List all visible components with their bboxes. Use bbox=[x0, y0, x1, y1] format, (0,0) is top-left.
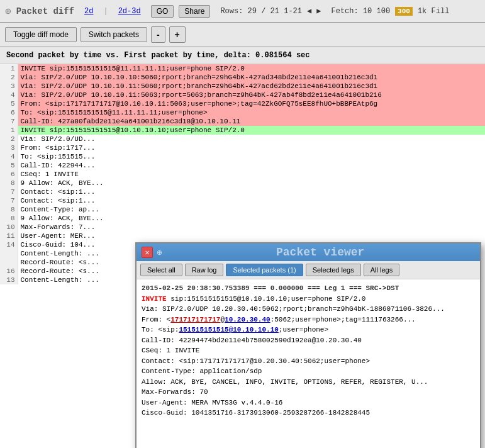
table-row[interactable]: 3From: <sip:1717... bbox=[0, 143, 485, 152]
table-row[interactable]: 3Via: SIP/2.0/UDP 10.10.10.11:5060;rport… bbox=[0, 82, 485, 91]
tab-selected-packets[interactable]: Selected packets (1) bbox=[226, 264, 303, 276]
packet-viewer-content: 2015-02-25 20:38:30.753389 === 0.000000 … bbox=[137, 279, 480, 448]
table-row[interactable]: 4Via: SIP/2.0/UDP 10.10.10.11:5063;rport… bbox=[0, 91, 485, 99]
pv-content-line: CSeq: 1 INVITE bbox=[142, 345, 475, 356]
pv-content-line: Call-ID: 42294474bd2e11e4b758002590d192e… bbox=[142, 335, 475, 346]
pv-content-line: User-Agent: MERA MVTS3G v.4.4.0-16 bbox=[142, 398, 475, 408]
table-row[interactable]: 89 Allow: ACK, BYE... bbox=[0, 214, 485, 223]
line-content: Call-ID: 422944... bbox=[18, 161, 485, 170]
fetch-300-badge[interactable]: 300 bbox=[395, 7, 413, 16]
pv-content-line: Cisco-Guid: 1041351716-3173913060-259328… bbox=[142, 408, 475, 418]
line-content: Max-Forwards: 7... bbox=[18, 223, 485, 232]
line-content: Via: SIP/2.0/UDP 10.10.10.10:5060;rport;… bbox=[18, 73, 485, 82]
button-bar: Toggle diff mode Switch packets - + bbox=[0, 23, 485, 47]
fetch-1k[interactable]: 1k Fill bbox=[418, 7, 449, 16]
line-content: Contact: <sip:1... bbox=[18, 196, 485, 205]
pv-title: Packet viewer bbox=[165, 246, 475, 259]
share-button[interactable]: Share bbox=[179, 5, 210, 18]
tab-all-legs[interactable]: All legs bbox=[364, 264, 399, 276]
move-icon: ⊕ bbox=[5, 5, 11, 18]
line-content: From: <sip:171717171717@10.10.10.11:5063… bbox=[18, 99, 485, 108]
line-number: 1 bbox=[0, 64, 18, 73]
line-content: 9 Allow: ACK, BYE... bbox=[18, 179, 485, 188]
pv-content-line: Max-Forwards: 70 bbox=[142, 387, 475, 398]
go-button[interactable]: GO bbox=[151, 5, 174, 18]
line-number bbox=[0, 249, 18, 258]
table-row[interactable]: 1INVITE sip:151515151515@11.11.11.11;use… bbox=[0, 64, 485, 73]
line-content: 9 Allow: ACK, BYE... bbox=[18, 214, 485, 223]
table-row[interactable]: 7Call-ID: 427a80fabd2e11e4a641001b216c3d… bbox=[0, 117, 485, 126]
table-row[interactable]: 10Max-Forwards: 7... bbox=[0, 223, 485, 232]
line-number bbox=[0, 258, 18, 267]
toggle-diff-button[interactable]: Toggle diff mode bbox=[5, 27, 77, 42]
table-row[interactable]: 7Contact: <sip:1... bbox=[0, 188, 485, 196]
line-content: INVITE sip:151515151515@10.10.10.10;user… bbox=[18, 126, 485, 135]
table-row[interactable]: 6CSeq: 1 INVITE bbox=[0, 170, 485, 179]
table-row[interactable]: 11User-Agent: MER... bbox=[0, 232, 485, 240]
arrow-right-icon[interactable]: ▶ bbox=[316, 6, 321, 16]
top-bar: ⊕ Packet diff 2d | 2d-3d GO Share Rows: … bbox=[0, 0, 485, 23]
plus-button[interactable]: + bbox=[169, 26, 186, 43]
line-content: To: <sip:151515151515@11.11.11.11;user=p… bbox=[18, 108, 485, 117]
line-content: Via: SIP/2.0/UDP 10.10.10.11:5063;rport=… bbox=[18, 91, 485, 99]
line-number: 8 bbox=[0, 179, 18, 188]
line-number: 6 bbox=[0, 108, 18, 117]
line-number: 7 bbox=[0, 188, 18, 196]
table-row[interactable]: 6To: <sip:151515151515@11.11.11.11;user=… bbox=[0, 108, 485, 117]
line-content: From: <sip:1717... bbox=[18, 143, 485, 152]
pv-content-line: Via: SIP/2.0/UDP 10.20.30.40:5062;rport;… bbox=[142, 304, 475, 315]
minus-button[interactable]: - bbox=[151, 26, 165, 43]
line-number: 3 bbox=[0, 82, 18, 91]
nav-2d-3d[interactable]: 2d-3d bbox=[113, 6, 146, 17]
packet-viewer-titlebar[interactable]: ✕ ⊕ Packet viewer bbox=[137, 244, 480, 261]
line-number: 10 bbox=[0, 223, 18, 232]
line-number: 14 bbox=[0, 240, 18, 249]
line-number: 5 bbox=[0, 99, 18, 108]
line-number: 1 bbox=[0, 126, 18, 135]
app-title: Packet diff bbox=[16, 6, 74, 16]
line-number: 7 bbox=[0, 117, 18, 126]
pv-content-line: From: <171717171717@10.20.30.40:5062;use… bbox=[142, 315, 475, 325]
pv-content-line: INVITE sip:151515151515@10.10.10.10;user… bbox=[142, 294, 475, 305]
pv-move-icon: ⊕ bbox=[157, 247, 162, 258]
packet-viewer: ✕ ⊕ Packet viewer Select all Raw log Sel… bbox=[135, 242, 481, 448]
pv-close-button[interactable]: ✕ bbox=[142, 247, 153, 258]
line-number: 3 bbox=[0, 143, 18, 152]
line-number: 16 bbox=[0, 267, 18, 276]
nav-separator: | bbox=[103, 7, 108, 16]
line-number: 2 bbox=[0, 135, 18, 143]
tab-selected-legs[interactable]: Selected legs bbox=[306, 264, 361, 276]
table-row[interactable]: 2Via: SIP/2.0/UD... bbox=[0, 135, 485, 143]
line-number: 13 bbox=[0, 276, 18, 284]
tab-select-all[interactable]: Select all bbox=[140, 264, 182, 276]
line-content: Content-Type: ap... bbox=[18, 205, 485, 214]
line-number: 4 bbox=[0, 91, 18, 99]
rows-info: Rows: 29 / 21 1-21 bbox=[220, 7, 302, 16]
pv-content-line: Content-Type: application/sdp bbox=[142, 366, 475, 377]
arrow-left-icon[interactable]: ◀ bbox=[307, 6, 311, 16]
switch-packets-button[interactable]: Switch packets bbox=[81, 27, 147, 42]
nav-2d[interactable]: 2d bbox=[79, 6, 98, 17]
table-row[interactable]: 1INVITE sip:151515151515@10.10.10.10;use… bbox=[0, 126, 485, 135]
pv-content-line: To: <sip:151515151515@10.10.10.10;user=p… bbox=[142, 325, 475, 335]
table-row[interactable]: 5Call-ID: 422944... bbox=[0, 161, 485, 170]
table-row[interactable]: 5From: <sip:171717171717@10.10.10.11:506… bbox=[0, 99, 485, 108]
diff-header: Second packet by time vs. First packet b… bbox=[0, 47, 485, 64]
tab-raw-log[interactable]: Raw log bbox=[185, 264, 224, 276]
diff-area: Second packet by time vs. First packet b… bbox=[0, 47, 485, 448]
line-content: INVITE sip:151515151515@11.11.11.11;user… bbox=[18, 64, 485, 73]
pv-header-line: 2015-02-25 20:38:30.753389 === 0.000000 … bbox=[142, 283, 475, 294]
table-row[interactable]: 4To: <sip:151515... bbox=[0, 152, 485, 161]
line-content: User-Agent: MER... bbox=[18, 232, 485, 240]
table-row[interactable]: 7Contact: <sip:1... bbox=[0, 196, 485, 205]
table-row[interactable]: 8Content-Type: ap... bbox=[0, 205, 485, 214]
line-number: 4 bbox=[0, 152, 18, 161]
table-row[interactable]: 2Via: SIP/2.0/UDP 10.10.10.10:5060;rport… bbox=[0, 73, 485, 82]
table-row[interactable]: 89 Allow: ACK, BYE... bbox=[0, 179, 485, 188]
packet-viewer-tabs: Select all Raw log Selected packets (1) … bbox=[137, 261, 480, 279]
line-number: 2 bbox=[0, 73, 18, 82]
line-content: Contact: <sip:1... bbox=[18, 188, 485, 196]
line-content: Call-ID: 427a80fabd2e11e4a641001b216c3d1… bbox=[18, 117, 485, 126]
line-number: 8 bbox=[0, 214, 18, 223]
pv-content-line: Contact: <sip:171717171717@10.20.30.40:5… bbox=[142, 356, 475, 367]
